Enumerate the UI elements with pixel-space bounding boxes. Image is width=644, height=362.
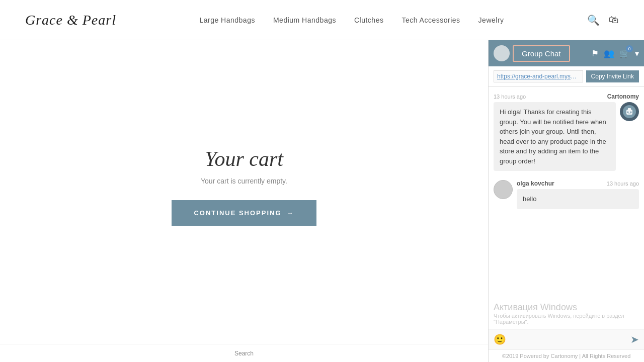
windows-activation-sub: Чтобы активировать Windows, перейдите в … [494,313,639,325]
windows-activation-area: Активация Windows Чтобы активировать Win… [489,298,644,329]
msg-time-olga: 13 hours ago [607,180,639,187]
nav-clutches[interactable]: Clutches [354,16,383,24]
msg-meta-olga: olga kovchur 13 hours ago [517,180,639,187]
msg-text-olga: hello [523,195,536,203]
chat-user-avatar [494,45,510,61]
msg-time-cartonomy: 13 hours ago [494,94,526,100]
chat-cart-icon[interactable]: 🛒 0 [619,48,630,59]
msg-meta-cartonomy: 13 hours ago Cartonomy [494,93,639,100]
site-logo: Grace & Pearl [25,12,116,28]
svg-rect-5 [628,114,631,114]
footer-search-link[interactable]: Search [234,350,254,357]
msg-content-row-cartonomy: Hi olga! Thanks for creating this group.… [494,102,639,171]
msg-sender-olga: olga kovchur [517,180,554,187]
cart-title: Your cart [205,147,283,171]
powered-by-cartonomy: ©2019 Powered by Cartonomy | All Rights … [502,353,631,359]
msg-sender-cartonomy: Cartonomy [607,93,639,100]
emoji-button[interactable]: 🙂 [494,333,506,345]
chat-toolbar-icons: ⚑ 👥 🛒 0 ▾ [591,48,639,59]
nav-jewelry[interactable]: Jewelry [478,16,504,24]
msg-content-cartonomy: Hi olga! Thanks for creating this group.… [494,102,616,171]
user-avatar-olga [494,180,513,199]
nav-tech-accessories[interactable]: Tech Accessories [401,16,460,24]
continue-shopping-label: CONTINUE SHOPPING [194,209,281,217]
chat-input-bar: 🙂 ➤ [489,329,644,349]
site-footer: Search [0,344,488,362]
site-header: Grace & Pearl Large Handbags Medium Hand… [0,0,644,40]
message-cartonomy: 13 hours ago Cartonomy Hi olga! Thanks f… [494,93,639,171]
msg-content-row-olga: olga kovchur 13 hours ago hello [494,180,639,209]
chat-members-icon[interactable]: 👥 [604,48,614,59]
message-olga: olga kovchur 13 hours ago hello [494,180,639,209]
msg-content-olga: olga kovchur 13 hours ago hello [517,180,639,209]
nav-large-handbags[interactable]: Large Handbags [199,16,255,24]
cart-empty-message: Your cart is currently empty. [201,177,287,185]
invite-url-text[interactable]: https://grace-and-pearl.myshopify.co... [494,70,583,82]
search-icon[interactable]: 🔍 [587,14,600,26]
send-message-button[interactable]: ➤ [630,333,639,345]
chat-message-input[interactable] [510,336,626,343]
group-chat-tab[interactable]: Group Chat [513,45,570,62]
chat-flag-icon[interactable]: ⚑ [591,48,599,59]
continue-shopping-button[interactable]: CONTINUE SHOPPING → [172,200,316,226]
bot-avatar [620,102,639,121]
cart-badge: 0 [626,45,633,52]
copy-invite-link-button[interactable]: Copy Invite Link [586,70,639,82]
chat-chevron-down-icon[interactable]: ▾ [635,49,639,58]
msg-bubble-olga: hello [517,189,639,209]
svg-rect-2 [628,108,631,110]
chat-panel: Group Chat ⚑ 👥 🛒 0 ▾ https://grace-and-p… [488,40,644,362]
cart-icon[interactable]: 🛍 [609,14,619,26]
invite-bar: https://grace-and-pearl.myshopify.co... … [489,66,644,87]
svg-point-4 [630,112,632,113]
nav-medium-handbags[interactable]: Medium Handbags [273,16,336,24]
cartonomy-footer: ©2019 Powered by Cartonomy | All Rights … [489,349,644,362]
header-icons: 🔍 🛍 [587,14,619,26]
svg-point-3 [627,112,629,113]
continue-arrow-icon: → [287,209,294,217]
chat-messages-area: 13 hours ago Cartonomy Hi olga! Thanks f… [489,87,644,298]
msg-text-cartonomy: Hi olga! Thanks for creating this group.… [500,108,606,165]
main-content: Your cart Your cart is currently empty. … [0,40,644,362]
main-nav: Large Handbags Medium Handbags Clutches … [199,16,504,24]
windows-activation-title: Активация Windows [494,302,639,313]
cart-area: Your cart Your cart is currently empty. … [0,40,488,362]
msg-bubble-cartonomy: Hi olga! Thanks for creating this group.… [494,102,616,171]
chat-header-bar: Group Chat ⚑ 👥 🛒 0 ▾ [489,40,644,66]
